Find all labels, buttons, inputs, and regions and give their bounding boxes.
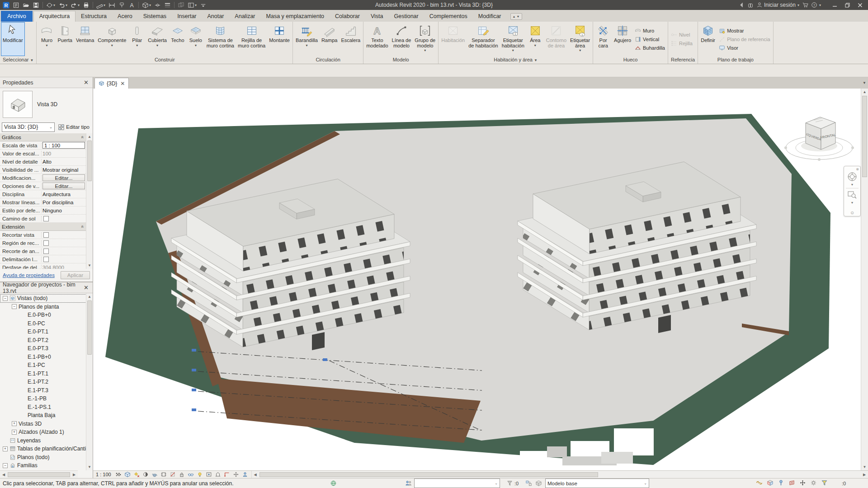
tree-item-alzados-alzado-1[interactable]: +Alzados (Alzado 1): [0, 428, 93, 436]
panel-label-circulacion[interactable]: Circulación: [293, 56, 363, 64]
tree-expander-icon[interactable]: +: [3, 446, 8, 451]
ribbon-tab-acero[interactable]: Acero: [112, 11, 138, 22]
vcb-analytical-button[interactable]: [214, 471, 222, 478]
ribbon-button-pilar[interactable]: Pilar▼: [128, 22, 146, 56]
help-control[interactable]: ?▾: [811, 2, 821, 8]
status-gear-button[interactable]: [810, 479, 817, 488]
design-options-icon[interactable]: [525, 479, 532, 488]
tree-item-tablas-de-planificacion-cantid[interactable]: +Tablas de planificación/Cantid: [0, 445, 93, 453]
steering-wheel-icon[interactable]: [847, 171, 858, 182]
checkbox-region-de-rec[interactable]: [43, 240, 49, 246]
ribbon-button-techo[interactable]: Techo: [169, 22, 187, 56]
qat-file-info-button[interactable]: [11, 1, 21, 9]
dropdown-arrow-icon[interactable]: ▾: [149, 3, 151, 7]
status-filter-button[interactable]: [821, 479, 828, 488]
panel-label-hueco[interactable]: Hueco: [593, 56, 668, 64]
scroll-down-icon[interactable]: ▼: [861, 464, 868, 470]
ribbon-tab-insertar[interactable]: Insertar: [172, 11, 202, 22]
navigation-bar[interactable]: ⊗ ▼ ▼ ⊙: [844, 166, 861, 216]
properties-header[interactable]: Propiedades ✕: [0, 77, 93, 88]
tree-item-planos-todo[interactable]: Planos (todo): [0, 453, 93, 462]
status-drag-elements-button[interactable]: [799, 479, 806, 488]
close-view-icon[interactable]: ✕: [120, 80, 125, 87]
ribbon-button-rampa[interactable]: Rampa: [320, 22, 339, 56]
tree-expander-icon[interactable]: −: [3, 463, 8, 468]
model-canvas[interactable]: IZQUIERDA FRONTAL ⊗ ▼ ▼ ⊙: [93, 89, 861, 470]
value[interactable]: Por disciplina: [42, 200, 73, 205]
dropdown-arrow-icon[interactable]: ▾: [66, 3, 67, 7]
prop-section-extension[interactable]: Extensión«: [0, 223, 86, 231]
tree-item-e-0-pc[interactable]: E.0-PC: [0, 319, 93, 328]
qat-tag-button[interactable]: [117, 1, 127, 9]
vcb-crop-view-button[interactable]: [160, 471, 168, 478]
qat-thin-lines-button[interactable]: [163, 1, 172, 9]
scroll-right-icon[interactable]: ▶: [71, 471, 78, 478]
ribbon-button-ventana[interactable]: Ventana: [74, 22, 96, 56]
ribbon-button-muro[interactable]: Muro: [634, 27, 666, 35]
sign-in-label[interactable]: Iniciar sesión: [764, 2, 796, 8]
ribbon-button-nivel[interactable]: Nivel: [670, 31, 693, 39]
close-button[interactable]: [854, 0, 866, 9]
ribbon-tab-sistemas[interactable]: Sistemas: [138, 11, 172, 22]
ribbon-button-etiquetar-habitacion[interactable]: 1Etiquetarhabitación▼: [500, 22, 526, 56]
tree-item-aparcamiento[interactable]: −Aparcamiento: [0, 470, 93, 471]
ribbon-button-vertical[interactable]: Vertical: [634, 35, 666, 43]
tree-item-e-0-pt-3[interactable]: E.0-PT.3: [0, 344, 93, 353]
scale-button[interactable]: 1 : 100: [95, 472, 114, 477]
ribbon-tab-arquitectura[interactable]: Arquitectura: [33, 11, 75, 22]
options-icon[interactable]: ⊙: [850, 211, 854, 215]
edit-button[interactable]: Editar...: [42, 183, 85, 189]
ribbon-tab-masa-y-emplazamiento[interactable]: Masa y emplazamiento: [261, 11, 330, 22]
tree-scrollbar[interactable]: ▲ ▼: [86, 293, 93, 470]
ribbon-tab-complementos[interactable]: Complementos: [424, 11, 473, 22]
collapse-icon[interactable]: «: [80, 225, 85, 228]
ribbon-button-texto-modelado[interactable]: ATextomodelado: [364, 22, 390, 56]
back-arrow-icon[interactable]: [738, 2, 745, 8]
properties-help-link[interactable]: Ayuda de propiedades: [3, 272, 55, 278]
edit-type-button[interactable]: Editar tipo: [57, 122, 91, 132]
dropdown-arrow-icon[interactable]: ▾: [78, 3, 80, 7]
status-select-pinned-button[interactable]: [778, 479, 784, 488]
scroll-thumb[interactable]: [259, 472, 599, 477]
scroll-up-icon[interactable]: ▲: [86, 133, 93, 140]
scroll-up-icon[interactable]: ▲: [86, 293, 93, 300]
tree-item-e-0-pt-1[interactable]: E.0-PT.1: [0, 328, 93, 336]
properties-scrollbar[interactable]: ▲ ▼: [86, 133, 93, 269]
ribbon-button-rejilla[interactable]: Rejilla: [670, 39, 693, 47]
panel-label-modelo[interactable]: Modelo: [363, 56, 438, 64]
collapse-icon[interactable]: «: [80, 136, 85, 139]
checkbox-camino-de-sol[interactable]: [43, 216, 49, 221]
tree-item-e-1-pb[interactable]: E.-1-PB: [0, 394, 93, 403]
value[interactable]: Alto: [42, 159, 52, 164]
prop-section-graficos[interactable]: Gráficos«: [0, 133, 86, 141]
vcb-lock-view-button[interactable]: [178, 471, 186, 478]
close-icon[interactable]: ✕: [82, 79, 90, 86]
chevron-down-icon[interactable]: ⌄: [49, 125, 53, 129]
apply-button[interactable]: Aplicar: [61, 271, 90, 279]
value-input[interactable]: 1 : 100: [42, 142, 85, 149]
close-icon[interactable]: ✕: [82, 284, 90, 291]
ribbon-button-habitacion[interactable]: Habitación: [439, 22, 467, 56]
vcb-reveal-hidden-button[interactable]: [196, 471, 204, 478]
qat-qat-more-button[interactable]: [198, 1, 208, 9]
tree-item-vistas-3d[interactable]: +Vistas 3D: [0, 420, 93, 428]
vcb-detail-level-button[interactable]: [114, 471, 123, 478]
ribbon-button-cubierta[interactable]: Cubierta▼: [146, 22, 169, 56]
chevron-down-icon[interactable]: ▼: [851, 183, 854, 186]
tree-item-e-1-pt-1[interactable]: E.1-PT.1: [0, 370, 93, 378]
qat-open-button[interactable]: [21, 1, 31, 9]
restore-button[interactable]: [841, 0, 854, 9]
tree-item-planos-de-planta[interactable]: −Planos de planta: [0, 303, 93, 311]
ribbon-tab-analizar[interactable]: Analizar: [229, 11, 260, 22]
connectivity-icon[interactable]: [330, 479, 337, 488]
value[interactable]: Mostrar original: [42, 167, 78, 173]
status-select-face-button[interactable]: [788, 479, 795, 488]
ribbon-button-separador-de-habitacion[interactable]: Separadorde habitación: [467, 22, 500, 56]
scroll-thumb[interactable]: [87, 300, 92, 355]
view-tab-3d[interactable]: {3D} ✕: [94, 78, 129, 89]
ribbon-button-rejilla-de-muro-cortina[interactable]: Rejilla demuro cortina: [236, 22, 267, 56]
checkbox-recorte-de-an[interactable]: [43, 249, 49, 254]
scroll-thumb[interactable]: [87, 141, 92, 181]
checkbox-delimitacion-l[interactable]: [43, 257, 49, 262]
scroll-down-icon[interactable]: ▼: [86, 262, 93, 269]
